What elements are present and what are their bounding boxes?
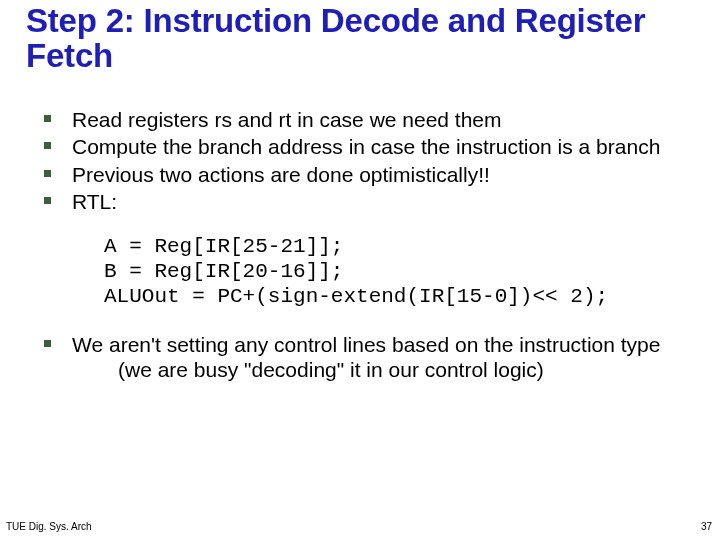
slide: Step 2: Instruction Decode and Register … <box>0 0 720 540</box>
list-item: Compute the branch address in case the i… <box>44 134 694 159</box>
rtl-code-block: A = Reg[IR[25-21]]; B = Reg[IR[20-16]]; … <box>104 234 694 310</box>
list-item: RTL: <box>44 189 694 214</box>
bullet-list-1: Read registers rs and rt in case we need… <box>26 107 694 214</box>
bullet-subtext: (we are busy "decoding" it in our contro… <box>72 357 694 382</box>
bullet-text: Read registers rs and rt in case we need… <box>72 108 502 131</box>
bullet-text: We aren't setting any control lines base… <box>72 333 660 356</box>
bullet-text: Compute the branch address in case the i… <box>72 135 660 158</box>
slide-title: Step 2: Instruction Decode and Register … <box>26 4 694 73</box>
footer-source: TUE Dig. Sys. Arch <box>6 521 92 532</box>
list-item: We aren't setting any control lines base… <box>44 332 694 382</box>
bullet-list-2: We aren't setting any control lines base… <box>26 332 694 382</box>
list-item: Read registers rs and rt in case we need… <box>44 107 694 132</box>
page-number: 37 <box>701 521 712 532</box>
bullet-text: RTL: <box>72 190 117 213</box>
list-item: Previous two actions are done optimistic… <box>44 162 694 187</box>
bullet-text: Previous two actions are done optimistic… <box>72 163 490 186</box>
